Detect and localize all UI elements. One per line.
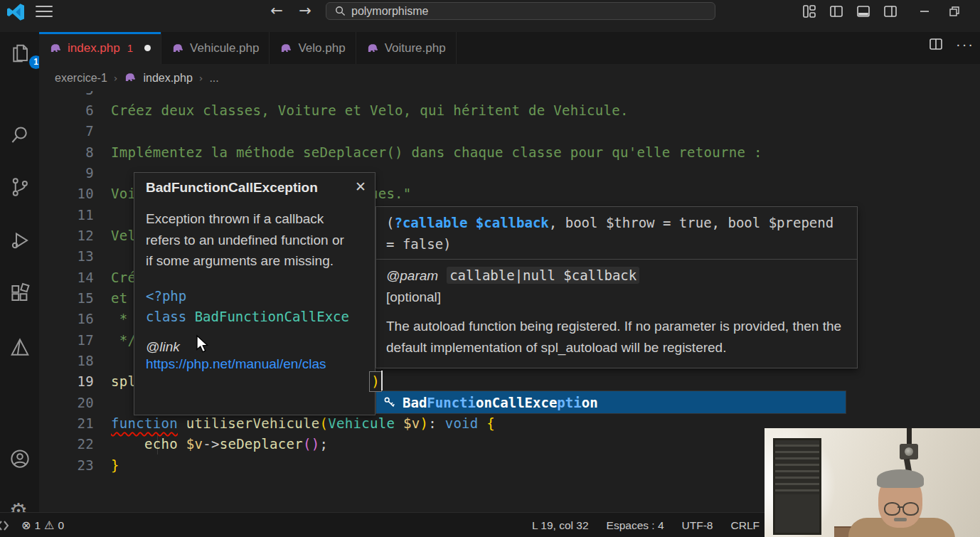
php-elephant-icon	[124, 72, 137, 85]
close-icon[interactable]: ✕	[355, 179, 366, 194]
chevron-right-icon: ›	[114, 73, 118, 84]
toggle-panel-icon[interactable]	[856, 4, 870, 18]
code-line-6[interactable]: 6Créez deux classes, Voiture et Velo, qu…	[39, 100, 980, 122]
line-number: 20	[39, 393, 111, 413]
search-sidebar-icon[interactable]	[9, 124, 31, 146]
search-icon	[335, 6, 346, 16]
webcam-person-hair	[877, 469, 924, 488]
remote-indicator-icon[interactable]	[0, 519, 11, 532]
tab-Vehicule.php[interactable]: Vehicule.php	[161, 32, 270, 64]
toggle-sidebar-icon[interactable]	[829, 4, 843, 18]
code-line-7[interactable]: 7	[39, 121, 980, 142]
hover-description: Exception thrown if a callback refers to…	[146, 208, 352, 272]
source-control-icon[interactable]	[9, 176, 31, 198]
warning-icon: ⚠	[44, 519, 54, 532]
tab-Velo.php[interactable]: Velo.php	[270, 32, 356, 64]
eol-setting[interactable]: CRLF	[731, 519, 760, 532]
line-number: 23	[39, 455, 111, 476]
hover-link-tag: @link	[146, 339, 363, 355]
breadcrumb-folder[interactable]: exercice-1	[55, 72, 107, 85]
webcam-mounted-camera	[900, 444, 918, 459]
line-number: 13	[39, 246, 111, 267]
menu-hamburger-icon[interactable]	[36, 6, 53, 17]
tab-Voiture.php[interactable]: Voiture.php	[356, 32, 457, 64]
cursor-position[interactable]: L 19, col 32	[532, 519, 589, 532]
code-line-5[interactable]: 5	[39, 91, 980, 101]
code-line-8[interactable]: 8Implémentez la méthode seDeplacer() dan…	[39, 142, 980, 164]
line-number: 18	[39, 351, 111, 371]
line-number: 15	[39, 288, 111, 309]
suggestion-label: BadFunctionCallException	[403, 395, 598, 410]
param-tag: @param	[386, 268, 438, 283]
param-description: The autoload function being registered. …	[386, 316, 847, 358]
signature-help-popup: (?callable $callback, bool $throw = true…	[376, 206, 858, 368]
param-type: callable|null $callback	[447, 267, 639, 284]
breadcrumb[interactable]: exercice-1 › index.php › ...	[39, 64, 980, 92]
error-count: 1	[34, 519, 41, 532]
webcam-ceiling-mount	[907, 428, 912, 445]
keyword-key-icon	[383, 396, 396, 409]
title-bar: ← → polymorphisme	[0, 0, 980, 32]
modified-dot-icon	[144, 45, 151, 51]
glasses-icon	[902, 502, 919, 516]
warning-count: 0	[58, 519, 64, 532]
line-number: 8	[39, 142, 111, 163]
search-query: polymorphisme	[351, 5, 428, 18]
line-number: 6	[39, 100, 111, 121]
line-number: 17	[39, 330, 111, 351]
webcam-window	[773, 438, 821, 535]
vscode-window: ← → polymorphisme	[0, 0, 980, 537]
webcam-person-mustache	[894, 518, 907, 521]
extension-triangle-icon[interactable]	[9, 336, 31, 358]
run-debug-icon[interactable]	[9, 230, 31, 251]
line-number: 16	[39, 309, 111, 329]
line-number: 12	[39, 225, 111, 246]
line-number: 22	[39, 434, 111, 454]
signature-line: (?callable $callback, bool $throw = true…	[386, 213, 847, 234]
line-number: 21	[39, 413, 111, 434]
accounts-icon[interactable]	[9, 448, 31, 469]
editor-tabs: index.php1Vehicule.phpVelo.phpVoiture.ph…	[39, 32, 980, 64]
line-number: 9	[39, 163, 111, 184]
hover-code-block: <?phpclass BadFunctionCallExce	[146, 286, 363, 328]
bracket-match: )	[369, 371, 382, 392]
tab-index.php[interactable]: index.php1	[39, 32, 161, 64]
line-number: 5	[39, 91, 111, 100]
param-optional: [optional]	[386, 287, 847, 308]
line-number: 7	[39, 121, 111, 142]
customize-layout-icon[interactable]	[802, 4, 816, 18]
signature-line: = false)	[386, 234, 847, 255]
toggle-secondary-sidebar-icon[interactable]	[883, 4, 898, 18]
command-center-search[interactable]: polymorphisme	[326, 2, 715, 20]
window-restore-icon[interactable]	[949, 6, 960, 17]
line-number: 11	[39, 205, 111, 225]
webcam-overlay	[765, 428, 980, 537]
split-editor-icon[interactable]	[929, 37, 943, 51]
activity-bar: 1	[0, 32, 39, 512]
breadcrumb-more[interactable]: ...	[209, 72, 218, 85]
line-number: 14	[39, 267, 111, 288]
indentation-setting[interactable]: Espaces : 4	[607, 519, 664, 532]
hover-link-url[interactable]: https://php.net/manual/en/clas	[146, 356, 363, 372]
window-minimize-icon[interactable]	[919, 6, 930, 17]
error-icon: ⊗	[21, 519, 31, 532]
problems-indicator[interactable]: ⊗ 1 ⚠ 0	[21, 519, 64, 532]
more-actions-icon[interactable]: ···	[956, 39, 974, 49]
nav-back-icon[interactable]: ←	[266, 0, 287, 21]
hover-title: BadFunctionCallException	[146, 180, 363, 196]
nav-forward-icon[interactable]: →	[294, 0, 316, 21]
text-caret	[381, 371, 383, 390]
suggestion-item-selected[interactable]: BadFunctionCallException	[376, 390, 846, 414]
breadcrumb-file[interactable]: index.php	[143, 72, 192, 85]
encoding-setting[interactable]: UTF-8	[682, 519, 713, 532]
hover-popup: BadFunctionCallException ✕ Exception thr…	[134, 172, 376, 415]
extensions-icon[interactable]	[9, 282, 31, 304]
line-number: 10	[39, 184, 111, 204]
mouse-cursor	[195, 336, 211, 356]
line-number: 19	[39, 371, 111, 392]
chevron-right-icon: ›	[199, 73, 203, 84]
explorer-icon[interactable]: 1	[9, 43, 31, 64]
vscode-logo-icon	[4, 1, 27, 26]
glasses-icon	[884, 502, 900, 516]
